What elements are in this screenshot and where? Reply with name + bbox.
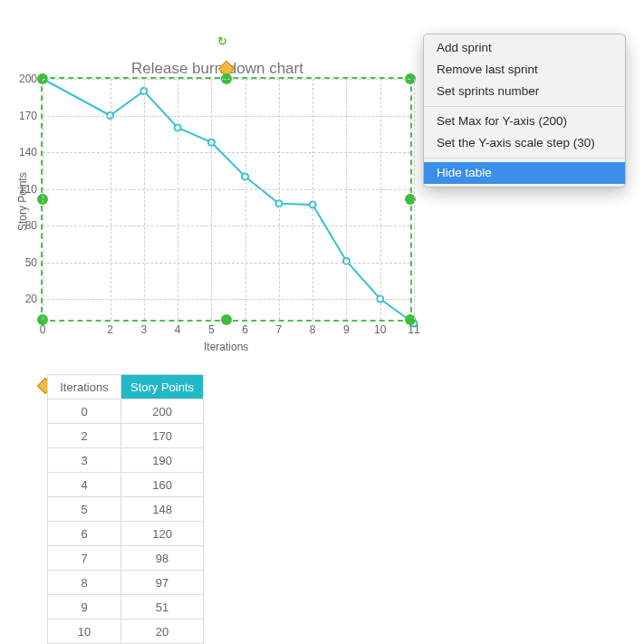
gridline-vertical: [312, 79, 313, 320]
x-axis-label: Iterations: [204, 341, 248, 353]
table-cell[interactable]: 8: [48, 571, 121, 595]
table-cell[interactable]: 170: [121, 424, 204, 448]
table-cell[interactable]: 5: [48, 497, 121, 522]
table-cell[interactable]: 120: [121, 522, 204, 546]
table-cell[interactable]: 20: [121, 620, 204, 644]
chart-data-table: IterationsStory Points020021703190416051…: [47, 374, 204, 644]
gridline-vertical: [144, 79, 145, 320]
table-row: 951: [48, 595, 204, 620]
table-row: 897: [48, 571, 204, 595]
y-tick-label: 140: [19, 146, 43, 159]
x-tick-label: 10: [374, 320, 386, 336]
x-tick-label: 7: [276, 320, 283, 336]
y-tick-label: 50: [25, 256, 43, 269]
table-cell[interactable]: 9: [48, 595, 121, 620]
x-tick-label: 11: [408, 320, 419, 336]
table-cell[interactable]: 51: [121, 595, 204, 620]
table-header[interactable]: Iterations: [48, 375, 121, 399]
table-row: 6120: [48, 522, 204, 546]
table-cell[interactable]: 3: [48, 448, 121, 473]
table-row: 3190: [48, 448, 204, 473]
menu-item[interactable]: Set Max for Y-axis (200): [424, 111, 625, 132]
menu-item[interactable]: Set the Y-axis scale step (30): [424, 132, 625, 154]
y-tick-label: 170: [19, 110, 43, 122]
gridline-vertical: [43, 79, 43, 320]
menu-item[interactable]: Remove last sprint: [424, 59, 625, 81]
gridline-horizontal: [43, 263, 410, 264]
y-tick-label: 200: [19, 72, 43, 85]
x-tick-label: 8: [310, 320, 316, 336]
gridline-vertical: [178, 79, 178, 320]
gridline-horizontal: [43, 79, 410, 80]
selection-handle[interactable]: [221, 314, 232, 325]
gridline-vertical: [346, 79, 347, 320]
menu-item[interactable]: Add sprint: [424, 37, 625, 59]
table-cell[interactable]: 0: [48, 399, 121, 424]
gridline-vertical: [211, 79, 212, 320]
table-cell[interactable]: 4: [48, 473, 121, 497]
gridline-vertical: [111, 79, 111, 320]
table-cell[interactable]: 200: [121, 399, 204, 424]
gridline-vertical: [279, 79, 280, 320]
x-tick-label: 0: [40, 320, 46, 336]
gridline-vertical: [414, 79, 415, 320]
x-tick-label: 9: [343, 320, 350, 336]
gridline-horizontal: [43, 152, 410, 153]
table-row: 798: [48, 546, 204, 571]
x-tick-label: 3: [140, 320, 147, 336]
rotate-handle-icon[interactable]: ↻: [217, 34, 227, 48]
table-cell[interactable]: 97: [121, 571, 204, 595]
y-tick-label: 20: [25, 293, 43, 305]
table-row: 4160: [48, 473, 204, 497]
gridline-horizontal: [43, 116, 410, 117]
table-cell[interactable]: 10: [48, 620, 121, 644]
menu-item[interactable]: Set sprints number: [424, 81, 625, 102]
table-row: 1020: [48, 620, 204, 644]
table-cell[interactable]: 7: [48, 546, 121, 571]
chart-selection-frame[interactable]: 2050801101401702000234567891011: [41, 77, 412, 322]
table-row: 0200: [48, 399, 204, 424]
table-header[interactable]: Story Points: [121, 375, 204, 399]
chart-context-menu[interactable]: Add sprintRemove last sprintSet sprints …: [423, 34, 626, 187]
menu-separator: [424, 158, 625, 159]
menu-item-hide-table[interactable]: Hide table: [424, 162, 625, 184]
gridline-horizontal: [43, 226, 410, 226]
gridline-horizontal: [43, 189, 410, 190]
menu-separator: [424, 106, 625, 107]
table-row: 5148: [48, 497, 204, 522]
x-tick-label: 2: [107, 320, 113, 336]
table-cell[interactable]: 2: [48, 424, 121, 448]
x-tick-label: 6: [242, 320, 248, 336]
gridline-vertical: [380, 79, 381, 320]
gridline-horizontal: [43, 299, 410, 300]
table-cell[interactable]: 160: [121, 473, 204, 497]
table-row: 2170: [48, 424, 204, 448]
y-axis-label: Story Points: [16, 172, 29, 231]
x-tick-label: 4: [175, 320, 181, 336]
x-tick-label: 5: [208, 320, 215, 336]
table-cell[interactable]: 98: [121, 546, 204, 571]
table-cell[interactable]: 148: [121, 497, 204, 522]
gridline-vertical: [245, 79, 246, 320]
table-cell[interactable]: 190: [121, 448, 204, 473]
table-cell[interactable]: 6: [48, 522, 121, 546]
